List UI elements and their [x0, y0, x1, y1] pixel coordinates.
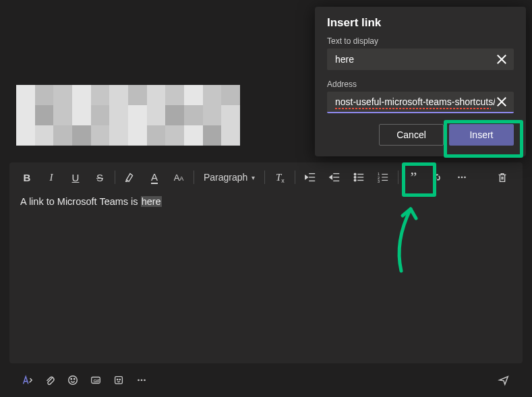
bulleted-list-button[interactable] [347, 165, 371, 189]
quote-button[interactable]: ” [401, 165, 425, 189]
svg-point-28 [71, 378, 71, 379]
svg-point-33 [117, 379, 118, 379]
svg-point-11 [355, 177, 357, 179]
separator [398, 171, 398, 184]
cancel-button[interactable]: Cancel [379, 124, 444, 146]
clear-address-icon[interactable] [495, 95, 508, 109]
emoji-button[interactable] [62, 369, 84, 391]
svg-point-24 [465, 177, 467, 179]
svg-text:3: 3 [378, 179, 380, 183]
insert-button[interactable]: Insert [449, 124, 514, 146]
strikethrough-button[interactable]: S [88, 165, 112, 189]
send-button[interactable] [493, 369, 514, 391]
font-color-button[interactable]: A [142, 165, 167, 189]
insert-link-button[interactable] [425, 165, 450, 189]
giphy-button[interactable]: GIF [85, 369, 107, 391]
address-input[interactable] [335, 96, 495, 107]
insert-link-dialog: Insert link Text to display Address Canc… [315, 7, 526, 156]
svg-point-22 [459, 177, 461, 179]
svg-point-10 [355, 173, 357, 175]
obscured-region [16, 85, 240, 146]
editor-selected-text: here [141, 196, 162, 207]
dialog-title: Insert link [327, 16, 514, 30]
svg-point-27 [69, 376, 78, 385]
decrease-indent-button[interactable] [298, 165, 322, 189]
sticker-button[interactable] [108, 369, 129, 391]
svg-text:GIF: GIF [93, 379, 100, 383]
text-to-display-label: Text to display [327, 36, 514, 46]
separator [194, 171, 194, 184]
svg-point-23 [461, 177, 463, 179]
svg-point-36 [141, 379, 143, 381]
svg-point-35 [138, 379, 140, 381]
svg-point-12 [355, 179, 357, 181]
separator [115, 171, 115, 184]
more-options-button[interactable] [450, 165, 474, 189]
format-toolbar: B I U S A AA Paragraph Tx 123 [9, 162, 523, 192]
clear-formatting-button[interactable]: Tx [268, 165, 292, 189]
underline-button[interactable]: U [63, 165, 88, 189]
compose-box: B I U S A AA Paragraph Tx 123 [9, 162, 523, 363]
attach-button[interactable] [39, 369, 61, 391]
italic-button[interactable]: I [39, 165, 63, 189]
separator [264, 171, 265, 184]
text-to-display-field[interactable] [327, 49, 514, 70]
address-field[interactable] [327, 92, 514, 113]
font-size-button[interactable]: AA [167, 165, 191, 189]
delete-button[interactable] [490, 165, 514, 189]
separator [295, 171, 295, 184]
svg-point-29 [74, 378, 75, 379]
clear-text-icon[interactable] [495, 53, 508, 66]
compose-bottom-bar: GIF [9, 365, 523, 395]
svg-point-37 [144, 379, 146, 381]
more-actions-button[interactable] [131, 369, 152, 391]
format-button[interactable] [16, 369, 38, 391]
text-to-display-input[interactable] [335, 54, 495, 65]
address-label: Address [327, 80, 514, 89]
increase-indent-button[interactable] [322, 165, 347, 189]
svg-point-34 [119, 379, 120, 379]
spellcheck-underline [335, 108, 491, 109]
svg-rect-32 [115, 377, 123, 384]
numbered-list-button[interactable]: 123 [371, 165, 395, 189]
bold-button[interactable]: B [15, 165, 39, 189]
message-editor[interactable]: A link to Microsoft Teams is here [9, 192, 523, 211]
editor-text: A link to Microsoft Teams is [20, 196, 141, 207]
highlight-button[interactable] [118, 165, 142, 189]
paragraph-style-dropdown[interactable]: Paragraph [197, 165, 262, 189]
